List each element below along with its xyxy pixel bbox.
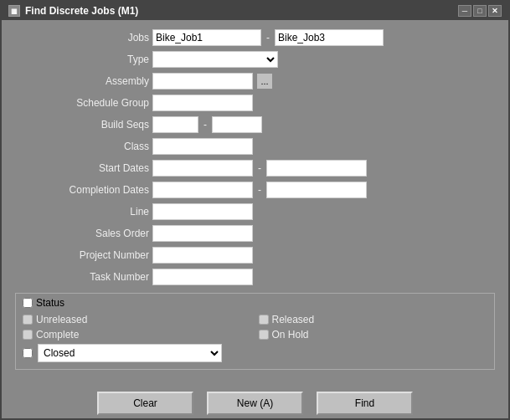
closed-row: Closed Open All [23, 344, 487, 362]
assembly-row: Assembly ... [15, 72, 495, 90]
sales-order-input[interactable] [152, 225, 253, 242]
button-row: Clear New (A) Find [2, 385, 508, 418]
build-seqs-from-input[interactable] [152, 116, 198, 133]
class-input[interactable] [152, 138, 253, 155]
start-dates-from-input[interactable] [152, 160, 253, 177]
close-button[interactable]: ✕ [488, 5, 502, 17]
assembly-label: Assembly [15, 75, 149, 87]
completion-dates-row: Completion Dates - [15, 181, 495, 199]
schedule-group-row: Schedule Group [15, 94, 495, 112]
build-seqs-to-input[interactable] [212, 116, 262, 133]
find-button[interactable]: Find [317, 392, 413, 415]
closed-select[interactable]: Closed Open All [38, 344, 222, 362]
status-checkbox[interactable] [23, 298, 33, 308]
minimize-button[interactable]: ─ [458, 5, 471, 17]
clear-button[interactable]: Clear [97, 392, 193, 415]
title-bar-controls: ─ □ ✕ [458, 5, 502, 17]
form-content: Jobs - Type Standard Non-Standard Assemb… [2, 20, 508, 385]
released-label: Released [272, 314, 315, 325]
build-seqs-dash: - [202, 119, 209, 131]
start-dates-dash: - [256, 162, 263, 174]
complete-checkbox[interactable] [23, 330, 33, 340]
closed-checkbox[interactable] [23, 348, 33, 358]
completion-dates-to-input[interactable] [266, 182, 367, 198]
class-row: Class [15, 137, 495, 156]
line-row: Line [15, 202, 495, 221]
status-checkboxes: Unreleased Released Complete On Hold [23, 314, 487, 341]
unreleased-checkbox[interactable] [23, 315, 33, 325]
assembly-input[interactable] [152, 73, 253, 90]
task-number-input[interactable] [152, 269, 253, 285]
released-checkbox[interactable] [259, 315, 269, 325]
completion-dates-label: Completion Dates [15, 184, 149, 196]
project-number-label: Project Number [15, 249, 149, 261]
class-label: Class [15, 141, 149, 152]
line-label: Line [15, 206, 149, 218]
title-bar-icon: ▦ [8, 5, 20, 17]
build-seqs-row: Build Seqs - [15, 115, 495, 134]
jobs-from-input[interactable] [152, 29, 261, 46]
type-label: Type [15, 54, 149, 65]
type-select[interactable]: Standard Non-Standard [152, 51, 278, 68]
jobs-row: Jobs - [15, 28, 495, 47]
new-button[interactable]: New (A) [207, 392, 303, 415]
status-label: Status [36, 297, 64, 309]
completion-dates-from-input[interactable] [152, 182, 253, 198]
jobs-to-input[interactable] [275, 29, 384, 46]
schedule-group-label: Schedule Group [15, 97, 149, 109]
complete-label: Complete [36, 329, 79, 341]
assembly-browse-button[interactable]: ... [256, 73, 273, 90]
line-input[interactable] [152, 203, 253, 220]
maximize-button[interactable]: □ [473, 5, 487, 17]
sales-order-row: Sales Order [15, 224, 495, 243]
status-section: Status Unreleased Released Complete On [15, 293, 495, 370]
main-window: ▦ Find Discrete Jobs (M1) ─ □ ✕ Jobs - T… [0, 0, 510, 420]
build-seqs-label: Build Seqs [15, 119, 149, 131]
on-hold-label: On Hold [272, 329, 309, 341]
on-hold-checkbox[interactable] [259, 330, 269, 340]
project-number-input[interactable] [152, 247, 253, 264]
start-dates-row: Start Dates - [15, 159, 495, 177]
released-row: Released [259, 314, 488, 325]
schedule-group-input[interactable] [152, 95, 253, 111]
jobs-label: Jobs [15, 32, 149, 44]
status-header: Status [23, 297, 487, 309]
unreleased-label: Unreleased [36, 314, 87, 325]
project-number-row: Project Number [15, 246, 495, 264]
start-dates-label: Start Dates [15, 162, 149, 174]
on-hold-row: On Hold [259, 329, 488, 341]
task-number-label: Task Number [15, 271, 149, 283]
type-row: Type Standard Non-Standard [15, 50, 495, 69]
jobs-dash: - [265, 32, 271, 44]
complete-row: Complete [23, 329, 252, 341]
unreleased-row: Unreleased [23, 314, 252, 325]
title-bar: ▦ Find Discrete Jobs (M1) ─ □ ✕ [2, 2, 508, 20]
task-number-row: Task Number [15, 268, 495, 286]
completion-dates-dash: - [256, 184, 263, 196]
start-dates-to-input[interactable] [266, 160, 367, 177]
window-title: Find Discrete Jobs (M1) [25, 5, 138, 17]
sales-order-label: Sales Order [15, 228, 149, 239]
